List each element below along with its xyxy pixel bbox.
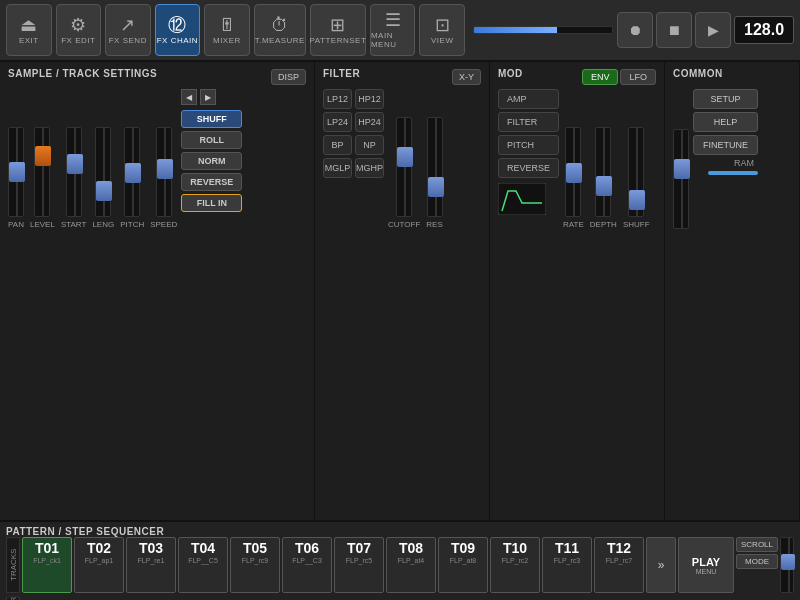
- fx-chain-button[interactable]: ⑫ FX CHAIN: [155, 4, 201, 56]
- mixer-button[interactable]: 🎚 MIXER: [204, 4, 250, 56]
- np-button[interactable]: NP: [355, 135, 384, 155]
- xy-button[interactable]: X-Y: [452, 69, 481, 85]
- sequencer-title: PATTERN / STEP SEQUENCER: [6, 526, 164, 537]
- reverse-mod-button[interactable]: REVERSE: [498, 158, 559, 178]
- mghp-button[interactable]: MGHP: [355, 158, 384, 178]
- start-fader-group: START: [61, 127, 86, 229]
- filter-button[interactable]: FILTER: [498, 112, 559, 132]
- track-t06-button[interactable]: T06 FLP__C3: [282, 537, 332, 593]
- ram-label: RAM: [734, 158, 758, 168]
- shuff-button[interactable]: SHUFF: [181, 110, 242, 128]
- sample-faders: PAN LEVEL START: [8, 89, 177, 229]
- tracks-label: TRACKS: [6, 537, 20, 593]
- lfo-tab[interactable]: LFO: [620, 69, 656, 85]
- rate-fader-group: RATE: [563, 127, 584, 229]
- fx-send-button[interactable]: ↗ FX SEND: [105, 4, 151, 56]
- mod-section: MOD ENV LFO AMP FILTER PITCH REVERSE: [490, 62, 665, 520]
- track-t03-button[interactable]: T03 FLP_re1: [126, 537, 176, 593]
- scroll-button[interactable]: SCROLL: [736, 537, 778, 552]
- track-t09-button[interactable]: T09 FLP_at8: [438, 537, 488, 593]
- play-button[interactable]: ▶: [695, 12, 731, 48]
- pitch-fader-group: PITCH: [120, 127, 144, 229]
- step-sequencer-label: STEP SEQUENCER: [6, 596, 20, 600]
- track-t01-button[interactable]: T01 FLP_ck1: [22, 537, 72, 593]
- t-measure-button[interactable]: ⏱ T.MEASURE: [254, 4, 306, 56]
- help-button[interactable]: HELP: [693, 112, 758, 132]
- common-fader-group: [673, 129, 689, 229]
- mixer-icon: 🎚: [218, 16, 236, 34]
- cutoff-fader-group: CUTOFF: [388, 117, 420, 229]
- filter-title: FILTER: [323, 68, 360, 79]
- disp-button[interactable]: DISP: [271, 69, 306, 85]
- start-fader[interactable]: [66, 127, 82, 217]
- step-controls-row: STEP SEQUENCER BAR ◀ ▶ LOOP: [6, 596, 794, 600]
- speed-fader[interactable]: [156, 127, 172, 217]
- mglp-button[interactable]: MGLP: [323, 158, 352, 178]
- track-fader[interactable]: [780, 537, 794, 593]
- depth-fader-group: DEPTH: [590, 127, 617, 229]
- leng-fader[interactable]: [95, 127, 111, 217]
- exit-button[interactable]: ⏏ EXIT: [6, 4, 52, 56]
- pan-fader[interactable]: [8, 127, 24, 217]
- finetune-button[interactable]: FINETUNE: [693, 135, 758, 155]
- mod-title: MOD: [498, 68, 523, 79]
- bp-button[interactable]: BP: [323, 135, 352, 155]
- env-tab[interactable]: ENV: [582, 69, 619, 85]
- mode-button[interactable]: MODE: [736, 554, 778, 569]
- stop-button[interactable]: ⏹: [656, 12, 692, 48]
- lp12-button[interactable]: LP12: [323, 89, 352, 109]
- mod-shuff-fader[interactable]: [628, 127, 644, 217]
- track-t02-button[interactable]: T02 FLP_ap1: [74, 537, 124, 593]
- depth-fader[interactable]: [595, 127, 611, 217]
- transport-area: ⏺ ⏹ ▶ 128.0: [617, 12, 794, 48]
- pitch-button[interactable]: PITCH: [498, 135, 559, 155]
- fx-chain-icon: ⑫: [168, 16, 186, 34]
- fx-edit-icon: ⚙: [70, 16, 86, 34]
- common-fader[interactable]: [673, 129, 689, 229]
- common-title: COMMON: [673, 68, 723, 79]
- fx-edit-button[interactable]: ⚙ FX EDIT: [56, 4, 102, 56]
- envelope-shape: [498, 183, 546, 215]
- setup-button[interactable]: SETUP: [693, 89, 758, 109]
- mod-shuff-fader-group: SHUFF: [623, 127, 650, 229]
- res-fader[interactable]: [427, 117, 443, 217]
- track-t08-button[interactable]: T08 FLP_at4: [386, 537, 436, 593]
- level-fader[interactable]: [34, 127, 50, 217]
- main-menu-button[interactable]: ☰ MAIN MENU: [370, 4, 416, 56]
- fill-in-button[interactable]: FILL IN: [181, 194, 242, 212]
- record-button[interactable]: ⏺: [617, 12, 653, 48]
- hp12-button[interactable]: HP12: [355, 89, 384, 109]
- track-t04-button[interactable]: T04 FLP__C5: [178, 537, 228, 593]
- leng-fader-group: LENG: [92, 127, 114, 229]
- norm-button[interactable]: NORM: [181, 152, 242, 170]
- track-next-button[interactable]: »: [646, 537, 676, 593]
- view-button[interactable]: ⊡ VIEW: [419, 4, 465, 56]
- track-t10-button[interactable]: T10 FLP_rc2: [490, 537, 540, 593]
- reverse-button[interactable]: REVERSE: [181, 173, 242, 191]
- play-menu-button[interactable]: PLAY MENU: [678, 537, 734, 593]
- lp24-button[interactable]: LP24: [323, 112, 352, 132]
- track-t11-button[interactable]: T11 FLP_rc3: [542, 537, 592, 593]
- sequencer-area: PATTERN / STEP SEQUENCER TRACKS T01 FLP_…: [0, 522, 800, 600]
- prev-arrow-button[interactable]: ◀: [181, 89, 197, 105]
- pattern-set-icon: ⊞: [330, 16, 345, 34]
- track-t12-button[interactable]: T12 FLP_rc7: [594, 537, 644, 593]
- level-fader-group: LEVEL: [30, 127, 55, 229]
- sample-track-section: SAMPLE / TRACK SETTINGS DISP PAN: [0, 62, 315, 520]
- track-t07-button[interactable]: T07 FLP_rc5: [334, 537, 384, 593]
- next-arrow-button[interactable]: ▶: [200, 89, 216, 105]
- rate-fader[interactable]: [565, 127, 581, 217]
- amp-button[interactable]: AMP: [498, 89, 559, 109]
- pitch-fader[interactable]: [124, 127, 140, 217]
- tempo-display: 128.0: [734, 16, 794, 44]
- common-section: COMMON SETUP HELP FINETUNE RAM: [665, 62, 800, 520]
- speed-fader-group: SPEED: [150, 127, 177, 229]
- pan-fader-group: PAN: [8, 127, 24, 229]
- exit-icon: ⏏: [20, 16, 37, 34]
- pattern-set-button[interactable]: ⊞ PATTERNSET: [310, 4, 366, 56]
- track-t05-button[interactable]: T05 FLP_rc9: [230, 537, 280, 593]
- hp24-button[interactable]: HP24: [355, 112, 384, 132]
- cutoff-fader[interactable]: [396, 117, 412, 217]
- roll-button[interactable]: ROLL: [181, 131, 242, 149]
- filter-section: FILTER X-Y LP12 HP12 LP24 HP24 BP NP MGL…: [315, 62, 490, 520]
